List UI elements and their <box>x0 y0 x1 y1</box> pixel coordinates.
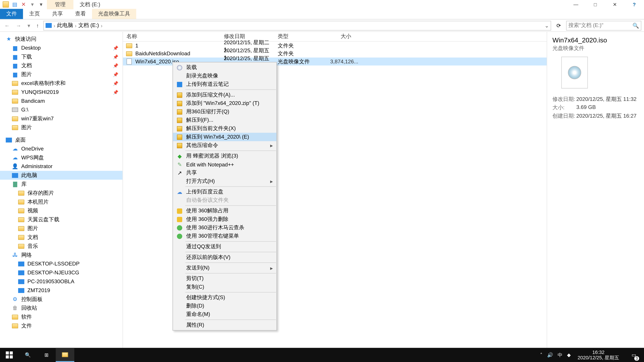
volume-icon[interactable]: 🔊 <box>547 352 553 358</box>
action-center-button[interactable]: ▭ 3 <box>626 348 642 362</box>
context-menu-item[interactable]: 通过QQ发送到 <box>173 243 276 251</box>
search-input[interactable]: 搜索"文档 (E:)" 🔍 <box>566 21 641 30</box>
task-view-button[interactable]: ⊞ <box>37 348 56 362</box>
tree-item[interactable]: win7重装win7 <box>0 114 122 123</box>
tree-item[interactable]: 🖧网络 <box>0 251 122 259</box>
tray-app-icon[interactable]: ◆ <box>567 352 570 358</box>
context-menu-item[interactable]: 使用 360进行木马云查杀 <box>173 223 276 232</box>
tree-item[interactable]: ▆文档📌 <box>0 61 122 70</box>
tree-item[interactable]: YUNQISHI2019📌 <box>0 88 122 96</box>
tree-item[interactable]: 本机照片 <box>0 197 122 206</box>
close-button[interactable]: ✕ <box>605 0 624 9</box>
ribbon-tab-disc-tools[interactable]: 光盘映像工具 <box>92 9 136 19</box>
clock[interactable]: 16:32 2020/12/25, 星期五 <box>575 350 622 360</box>
context-menu-item[interactable]: 还原以前的版本(V) <box>173 253 276 261</box>
tree-item[interactable]: 桌面 <box>0 135 122 144</box>
file-row[interactable]: 12020/12/15, 星期二 1...文件夹 <box>123 41 547 50</box>
tree-item[interactable]: 文件 <box>0 321 122 330</box>
context-menu-item[interactable]: 上传到有道云笔记 <box>173 80 276 88</box>
context-menu-item[interactable]: 刻录光盘映像 <box>173 72 276 80</box>
col-type[interactable]: 类型 <box>274 33 319 40</box>
context-menu-item[interactable]: 重命名(M) <box>173 310 276 319</box>
tray-overflow-icon[interactable]: ˄ <box>540 352 543 358</box>
col-size[interactable]: 大小 <box>319 33 355 40</box>
context-menu-item[interactable]: 删除(D) <box>173 302 276 310</box>
tree-item[interactable]: 视频 <box>0 206 122 215</box>
tree-item[interactable]: DESKTOP-LSSOEDP <box>0 259 122 268</box>
start-button[interactable] <box>0 348 18 362</box>
tree-item[interactable]: ZMT2019 <box>0 286 122 295</box>
qat-pin-icon[interactable]: ▤ <box>12 1 18 7</box>
ribbon-tab-share[interactable]: 共享 <box>46 9 69 19</box>
context-menu-item[interactable]: ☁上传到百度云盘 <box>173 188 276 196</box>
context-menu-item[interactable]: ✎Edit with Notepad++ <box>173 160 276 169</box>
context-menu-item[interactable]: ◆用 蜂蜜浏览器 浏览(3) <box>173 152 276 160</box>
qat-dropdown-icon[interactable]: ▾ <box>38 1 44 7</box>
tree-item[interactable]: DESKTOP-NJEU3CG <box>0 268 122 277</box>
ime-indicator[interactable]: 中 <box>558 352 562 358</box>
nav-up-button[interactable]: ↑ <box>34 22 41 28</box>
refresh-button[interactable]: ⟳ <box>554 22 564 28</box>
tree-item[interactable]: ★快速访问 <box>0 34 122 43</box>
ribbon-tab-file[interactable]: 文件 <box>0 9 23 19</box>
context-menu-item[interactable]: 解压到 Win7x64_2020\ (E) <box>173 133 276 141</box>
context-menu-item[interactable]: 发送到(N)▸ <box>173 264 276 272</box>
tree-item[interactable]: G:\ <box>0 105 122 114</box>
tree-item[interactable]: ☁OneDrive <box>0 144 122 153</box>
context-menu-item[interactable]: 解压到当前文件夹(X) <box>173 124 276 133</box>
ribbon-tab-view[interactable]: 查看 <box>69 9 92 19</box>
tree-item[interactable]: Bandicam <box>0 96 122 105</box>
tree-item[interactable]: 文档 <box>0 233 122 242</box>
nav-forward-button[interactable]: → <box>14 22 23 28</box>
context-menu-item[interactable]: 创建快捷方式(S) <box>173 294 276 302</box>
tree-item[interactable]: 软件 <box>0 312 122 321</box>
tree-item[interactable]: excel表格制作求和📌 <box>0 79 122 88</box>
context-menu-item[interactable]: 使用 360解除占用 <box>173 207 276 215</box>
search-button[interactable]: 🔍 <box>18 348 37 362</box>
qat-redo-icon[interactable]: ▾ <box>29 1 36 7</box>
address-bar[interactable]: › 此电脑 › 文档 (E:) › ⌄ <box>43 21 551 30</box>
context-menu-item[interactable]: 用360压缩打开(Q) <box>173 108 276 116</box>
context-menu-item[interactable]: 使用 360管理右键菜单 <box>173 232 276 240</box>
address-dropdown-icon[interactable]: ⌄ <box>544 22 549 28</box>
context-menu-item[interactable]: 其他压缩命令▸ <box>173 141 276 149</box>
tree-item[interactable]: 保存的图片 <box>0 189 122 197</box>
tree-item[interactable]: ☁WPS网盘 <box>0 153 122 162</box>
context-menu-item[interactable]: ↗共享 <box>173 169 276 177</box>
minimize-button[interactable]: — <box>566 0 586 9</box>
tree-item[interactable]: ▆图片📌 <box>0 70 122 79</box>
tree-item[interactable]: ▆Desktop📌 <box>0 43 122 52</box>
context-menu-item[interactable]: 打开方式(H)▸ <box>173 177 276 185</box>
tree-item[interactable]: 图片 <box>0 123 122 132</box>
tree-item[interactable]: 👤Administrator <box>0 162 122 171</box>
context-menu-item[interactable]: 装载 <box>173 63 276 72</box>
nav-history-dropdown[interactable]: ▾ <box>26 22 32 28</box>
tree-item[interactable]: ▆下载📌 <box>0 52 122 61</box>
context-menu-item[interactable]: 剪切(T) <box>173 274 276 283</box>
tree-item[interactable]: 天翼云盘下载 <box>0 215 122 224</box>
context-menu-item[interactable]: 使用 360强力删除 <box>173 215 276 223</box>
tree-item[interactable]: ⚙控制面板 <box>0 295 122 304</box>
file-row[interactable]: BaiduNetdiskDownload2020/12/25, 星期五 1...… <box>123 50 547 58</box>
breadcrumb-item[interactable]: 文档 (E:) <box>76 22 100 29</box>
col-name[interactable]: 名称 <box>123 33 220 40</box>
context-menu-item[interactable]: 解压到(F)... <box>173 116 276 124</box>
nav-tree[interactable]: ★快速访问▆Desktop📌▆下载📌▆文档📌▆图片📌excel表格制作求和📌YU… <box>0 32 123 352</box>
context-menu-item[interactable]: 添加到 "Win7x64_2020.zip" (T) <box>173 99 276 107</box>
tree-item[interactable]: PC-20190530OBLA <box>0 277 122 286</box>
tree-item[interactable]: ▇库 <box>0 180 122 189</box>
ribbon-tab-home[interactable]: 主页 <box>23 9 46 19</box>
breadcrumb-item[interactable]: 此电脑 <box>55 22 75 29</box>
tree-item[interactable]: 此电脑 <box>0 171 122 180</box>
context-menu-item[interactable]: 复制(C) <box>173 283 276 291</box>
tree-item[interactable]: 音乐 <box>0 242 122 251</box>
context-menu-item[interactable]: 属性(R) <box>173 321 276 329</box>
nav-back-button[interactable]: ← <box>3 22 12 28</box>
context-menu-item[interactable]: 添加到压缩文件(A)... <box>173 91 276 99</box>
maximize-button[interactable]: □ <box>586 0 605 9</box>
tree-item[interactable]: 🗑回收站 <box>0 304 122 312</box>
tree-item[interactable]: 图片 <box>0 224 122 233</box>
qat-undo-icon[interactable]: ✕ <box>20 1 26 7</box>
help-button[interactable]: ? <box>624 0 644 9</box>
taskbar-explorer[interactable] <box>56 348 74 362</box>
